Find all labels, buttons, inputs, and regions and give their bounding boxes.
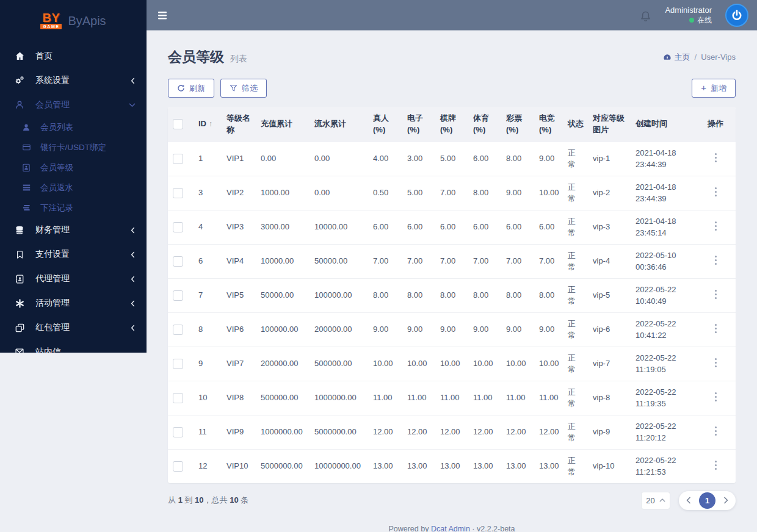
dcat-admin-link[interactable]: Dcat Admin <box>431 525 470 532</box>
cell-value: 11.00 <box>373 393 393 402</box>
sidebar-subitem-2-1[interactable]: 银行卡/USDT绑定 <box>0 137 147 157</box>
row-actions-kebab-icon[interactable] <box>711 356 721 369</box>
cell-value: 10.00 <box>539 188 559 197</box>
next-page-icon[interactable] <box>722 495 730 505</box>
sort-asc-icon[interactable]: ↑ <box>209 120 212 128</box>
cell-value: 2022-05-22 11:19:35 <box>636 387 676 409</box>
row-checkbox[interactable] <box>173 222 183 232</box>
row-checkbox[interactable] <box>173 461 183 472</box>
status-value: 正常 <box>568 284 577 307</box>
table-row: 8VIP6100000.00200000.009.009.009.009.009… <box>168 312 736 347</box>
brand[interactable]: BY GAME ByApis <box>0 0 147 38</box>
row-actions-kebab-icon[interactable] <box>711 151 721 164</box>
cell-value: 0.00 <box>314 154 330 163</box>
sidebar-item-6[interactable]: 活动管理 <box>0 291 147 315</box>
table-row: 11VIP91000000.005000000.0012.0012.0012.0… <box>168 415 736 449</box>
user-solid-icon <box>21 123 32 132</box>
row-actions-kebab-icon[interactable] <box>711 220 721 232</box>
sidebar-item-7[interactable]: 红包管理 <box>0 315 147 340</box>
cell-value: 9.00 <box>506 325 521 334</box>
cell-value: 9.00 <box>539 154 554 163</box>
cell-value: 5000000.00 <box>261 461 303 470</box>
row-checkbox[interactable] <box>173 427 183 437</box>
sidebar-subitem-2-4[interactable]: 下注记录 <box>0 198 147 218</box>
sidebar-item-4[interactable]: 支付设置 <box>0 242 147 267</box>
cell-value: 2022-05-22 11:20:12 <box>636 422 676 443</box>
cell-value: 6.00 <box>506 222 521 231</box>
sidebar-subitem-2-0[interactable]: 会员列表 <box>0 117 147 137</box>
plus-icon: + <box>701 83 706 92</box>
cell-value: VIP4 <box>226 256 244 265</box>
row-checkbox[interactable] <box>173 290 183 301</box>
hamburger-icon[interactable] <box>158 10 168 20</box>
sidebar-item-label: 首页 <box>35 51 136 62</box>
cell-value: VIP2 <box>226 188 244 197</box>
sidebar-item-8[interactable]: 站内信 <box>0 340 147 353</box>
row-actions-kebab-icon[interactable] <box>711 288 721 301</box>
cell-value: 1000.00 <box>261 188 289 197</box>
row-checkbox[interactable] <box>173 188 183 198</box>
table-row: 10VIP8500000.001000000.0011.0011.0011.00… <box>168 381 736 415</box>
sidebar-subitem-2-2[interactable]: 会员等级 <box>0 157 147 178</box>
cell-value: 7.00 <box>440 256 455 265</box>
sidebar-item-label: 站内信 <box>35 347 136 353</box>
create-button[interactable]: + 新增 <box>692 79 736 98</box>
sidebar-item-1[interactable]: 系统设置 <box>0 68 147 93</box>
cell-value: 2022-05-10 00:36:46 <box>636 251 676 272</box>
sidebar-item-2[interactable]: 会员管理 <box>0 93 147 117</box>
envelope-icon <box>13 348 26 353</box>
cell-value: vip-3 <box>593 222 610 231</box>
sidebar-item-0[interactable]: 首页 <box>0 44 147 68</box>
cell-value: 13.00 <box>539 461 559 470</box>
power-icon <box>730 9 744 22</box>
sidebar-item-3[interactable]: 财务管理 <box>0 218 147 242</box>
avatar[interactable] <box>725 4 748 27</box>
row-checkbox[interactable] <box>173 154 183 164</box>
filter-button[interactable]: 筛选 <box>220 79 267 98</box>
refresh-icon <box>177 84 185 92</box>
powered-dot: · <box>472 525 474 532</box>
cell-value: 200000.00 <box>261 359 298 368</box>
page-number-button[interactable]: 1 <box>699 492 715 509</box>
pager: 1 <box>679 491 736 510</box>
cell-value: VIP3 <box>226 222 244 231</box>
row-checkbox[interactable] <box>173 256 183 267</box>
row-checkbox[interactable] <box>173 359 183 369</box>
select-all-checkbox[interactable] <box>173 119 183 129</box>
row-actions-kebab-icon[interactable] <box>711 425 721 437</box>
sidebar-subitem-2-3[interactable]: 会员返水 <box>0 178 147 198</box>
logo-sub-text: GAME <box>40 24 62 29</box>
cell-value: 10000000.00 <box>314 461 361 470</box>
bell-icon[interactable] <box>640 10 651 23</box>
cell-value: 13.00 <box>373 461 393 470</box>
row-actions-kebab-icon[interactable] <box>711 390 721 403</box>
user-menu[interactable]: Administrator 在线 <box>665 5 712 26</box>
row-checkbox[interactable] <box>173 325 183 335</box>
cell-value: 2021-04-18 23:44:39 <box>636 148 676 170</box>
prev-page-icon[interactable] <box>684 495 692 505</box>
row-actions-kebab-icon[interactable] <box>711 254 721 267</box>
column-header: 电子(%) <box>402 107 435 142</box>
page-size-select[interactable]: 20 <box>641 492 670 509</box>
column-header[interactable]: ID↑ <box>194 107 222 142</box>
row-actions-kebab-icon[interactable] <box>711 459 721 472</box>
sidebar-item-label: 会员管理 <box>35 99 129 110</box>
row-checkbox[interactable] <box>173 393 183 403</box>
cell-value: 6.00 <box>473 154 488 163</box>
cell-value: 9.00 <box>539 325 554 334</box>
cell-value: 8.00 <box>506 154 521 163</box>
filter-label: 筛选 <box>242 83 258 94</box>
refresh-button[interactable]: 刷新 <box>168 79 214 98</box>
cell-value: 13.00 <box>440 461 460 470</box>
credit-card-icon <box>21 143 32 151</box>
row-actions-kebab-icon[interactable] <box>711 185 721 198</box>
page-subtitle: 列表 <box>230 54 247 65</box>
row-actions-kebab-icon[interactable] <box>711 322 721 335</box>
sidebar-item-5[interactable]: 代理管理 <box>0 267 147 291</box>
table-header-row: ID↑等级名称充值累计流水累计真人(%)电子(%)棋牌(%)体育(%)彩票(%)… <box>168 107 736 142</box>
cell-value: vip-5 <box>593 290 610 300</box>
cell-value: 2022-05-22 11:19:05 <box>636 353 676 375</box>
chevron-left-icon <box>130 77 136 84</box>
breadcrumb-home-link[interactable]: 主页 <box>663 52 690 63</box>
cell-value: vip-1 <box>593 154 610 163</box>
